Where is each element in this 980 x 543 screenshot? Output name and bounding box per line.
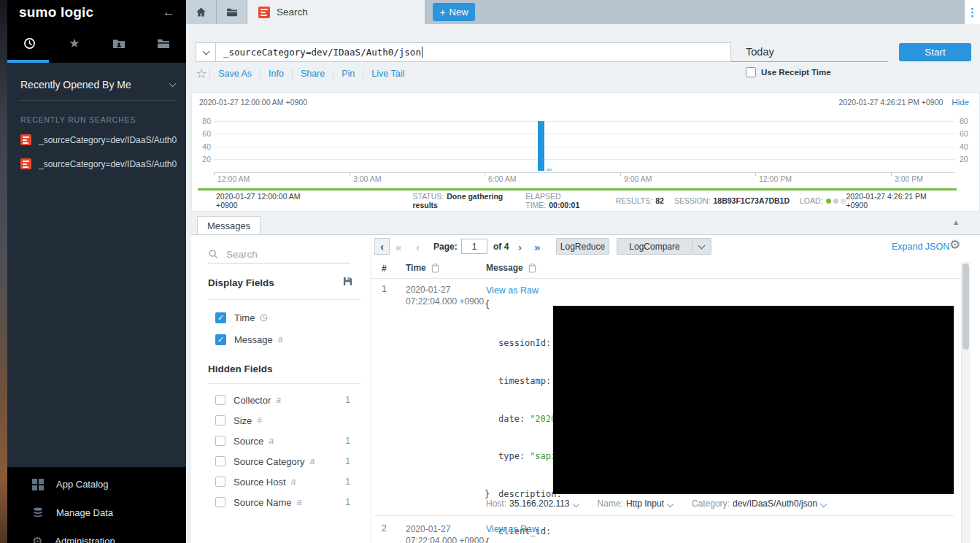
nav-manage-data[interactable]: Manage Data xyxy=(7,498,186,527)
meta-name[interactable]: Name:Http Input xyxy=(598,498,673,509)
tab-search[interactable]: Search xyxy=(247,0,425,24)
hidden-field-source-host[interactable]: Source Host a 1 xyxy=(215,471,350,492)
more-menu-button[interactable]: ⋮ xyxy=(965,0,980,24)
checkbox-unchecked[interactable] xyxy=(215,436,225,446)
divider xyxy=(208,383,361,384)
field-count: 1 xyxy=(345,436,350,446)
field-count: 1 xyxy=(345,395,350,405)
x-tick-label: 9:00 AM xyxy=(624,174,652,183)
clipboard-icon[interactable] xyxy=(528,263,536,273)
row-number: 2 xyxy=(382,523,387,534)
checkbox-unchecked[interactable] xyxy=(215,415,225,425)
meta-category[interactable]: Category:dev/IDaaS/Auth0/json xyxy=(692,498,826,509)
meta-host[interactable]: Host:35.166.202.113 xyxy=(486,498,579,509)
tab-recents[interactable] xyxy=(7,24,52,63)
recent-searches-heading: RECENTLY RUN SEARCHES xyxy=(20,115,136,124)
checkbox-checked[interactable]: ✓ xyxy=(215,312,226,323)
nav-app-catalog[interactable]: App Catalog xyxy=(7,470,186,498)
save-as-link[interactable]: Save As xyxy=(209,69,260,79)
page-prev-button[interactable]: ‹ xyxy=(416,242,420,253)
checkbox-unchecked[interactable] xyxy=(215,477,225,487)
meta-value: dev/IDaaS/Auth0/json xyxy=(733,498,817,509)
nav-administration[interactable]: ⚙ Administration xyxy=(7,527,186,543)
home-button[interactable] xyxy=(186,0,217,24)
grid-settings-gear-icon[interactable]: ⚙ xyxy=(949,239,960,251)
display-field-message[interactable]: ✓ Message a xyxy=(215,333,282,346)
field-type: a xyxy=(278,334,283,344)
load-dot-gray xyxy=(833,199,838,204)
checkbox-unchecked[interactable] xyxy=(215,456,225,466)
hidden-fields-title: Hidden Fields xyxy=(208,363,273,374)
search-query-input[interactable]: _sourceCategory=dev/IDaaS/Auth0/json xyxy=(215,42,731,62)
gridline xyxy=(214,121,955,122)
hidden-field-source-name[interactable]: Source Name a 1 xyxy=(215,492,350,512)
share-link[interactable]: Share xyxy=(292,69,333,79)
status-label: SESSION: xyxy=(674,196,711,205)
sidebar-icon-tabs: ★ xyxy=(7,24,186,63)
display-field-time[interactable]: ✓ Time xyxy=(215,311,268,324)
checkbox-unchecked[interactable] xyxy=(215,395,225,405)
collapse-fields-button[interactable]: ‹ xyxy=(374,238,390,255)
messages-section: Messages ▲ Display Fields xyxy=(186,212,980,543)
json-open-brace: { xyxy=(485,537,490,543)
meta-value: 35.166.202.113 xyxy=(509,498,570,509)
page-last-button[interactable]: » xyxy=(534,242,540,253)
logcompare-dropdown-button[interactable] xyxy=(692,238,711,255)
checkbox-checked[interactable]: ✓ xyxy=(215,334,226,345)
query-history-dropdown[interactable] xyxy=(196,42,216,62)
y-tick-right: 40 xyxy=(960,142,968,151)
clipboard-icon[interactable] xyxy=(431,263,439,273)
hidden-field-source[interactable]: Source a 1 xyxy=(215,431,350,451)
pin-link[interactable]: Pin xyxy=(333,69,363,79)
chevron-down-icon xyxy=(202,47,209,55)
live-tail-link[interactable]: Live Tail xyxy=(363,69,412,79)
json-key: type: xyxy=(498,451,525,461)
logreduce-button[interactable]: LogReduce xyxy=(556,238,609,255)
y-tick-left: 20 xyxy=(193,155,211,163)
view-as-raw-link[interactable]: View as Raw xyxy=(486,285,539,296)
recent-search-item[interactable]: _sourceCategory=dev/IDaaS/Auth0... xyxy=(20,158,177,169)
start-button[interactable]: Start xyxy=(899,43,971,61)
checkbox-unchecked[interactable] xyxy=(215,497,225,507)
y-tick-right: 80 xyxy=(960,117,968,126)
expand-json-link[interactable]: Expand JSON xyxy=(892,242,949,252)
recent-search-item[interactable]: _sourceCategory=dev/IDaaS/Auth0... xyxy=(20,134,177,145)
chevron-down-icon xyxy=(698,242,706,249)
use-receipt-time-checkbox[interactable]: Use Receipt Time xyxy=(746,67,831,77)
hidden-field-source-category[interactable]: Source Category a 1 xyxy=(215,451,350,471)
page-of-label: of 4 xyxy=(493,242,509,252)
hidden-field-collector[interactable]: Collector a 1 xyxy=(215,390,350,410)
collapse-panel-icon[interactable]: ▲ xyxy=(952,219,960,226)
fields-search-input[interactable] xyxy=(225,248,337,261)
new-button[interactable]: + New xyxy=(433,3,475,21)
hide-chart-link[interactable]: Hide xyxy=(952,98,969,107)
histogram-bar[interactable] xyxy=(538,121,544,171)
view-as-raw-link[interactable]: View as Raw xyxy=(486,524,539,534)
logcompare-button[interactable]: LogCompare xyxy=(617,238,692,255)
grid-scrollbar-thumb[interactable] xyxy=(962,263,969,350)
status-label: LOAD: xyxy=(800,196,823,205)
info-link[interactable]: Info xyxy=(260,69,292,79)
tab-folders[interactable] xyxy=(142,24,186,63)
search-doc-icon xyxy=(258,7,270,18)
meta-label: Name: xyxy=(598,498,623,509)
hidden-field-size[interactable]: Size # xyxy=(215,410,350,431)
page-first-button[interactable]: « xyxy=(396,242,401,253)
histogram-bar-small[interactable] xyxy=(547,169,552,171)
tab-library[interactable] xyxy=(97,24,142,63)
collapse-sidebar-icon[interactable]: ← xyxy=(163,5,175,20)
save-fields-icon[interactable] xyxy=(343,277,352,286)
favorite-star-icon[interactable]: ☆ xyxy=(196,67,207,80)
tab-favorites[interactable]: ★ xyxy=(52,24,96,63)
search-icon xyxy=(208,249,218,259)
time-range-selector[interactable]: Today xyxy=(731,42,888,62)
messages-tab[interactable]: Messages xyxy=(197,216,261,235)
recently-opened-dropdown[interactable]: Recently Opened By Me xyxy=(20,79,175,101)
row-time: 2020-01-27 07:22:04.000 +0900 xyxy=(406,284,484,307)
page-next-button[interactable]: › xyxy=(518,242,522,253)
search-progress-bar xyxy=(198,188,957,190)
page-number-input[interactable] xyxy=(461,239,487,254)
clock-icon xyxy=(23,37,36,50)
clock-icon xyxy=(260,314,268,322)
folder-button[interactable] xyxy=(217,0,247,24)
